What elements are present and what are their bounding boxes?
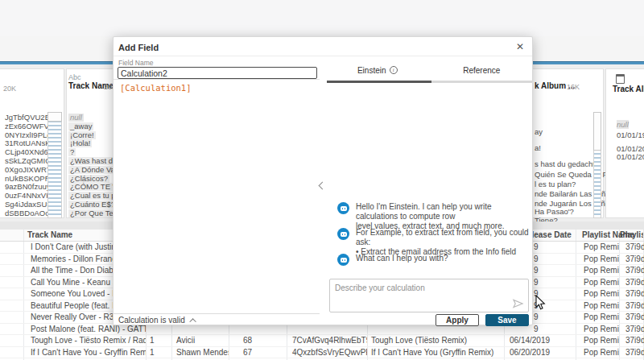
chat-message-text: What can I help you with? [356, 254, 448, 263]
tab-reference[interactable]: Reference [430, 61, 535, 79]
cell-track-name[interactable]: If I Can't Have You - Gryffin Remix [24, 347, 147, 358]
profile-value[interactable]: null [617, 120, 629, 129]
profile-value[interactable]: 9azBN0fzuuyLqt [3, 183, 47, 192]
profile-value[interactable]: dSBBDoAOcDPZE [3, 209, 47, 218]
id-histogram[interactable] [47, 112, 62, 218]
save-button[interactable]: Save [485, 314, 529, 326]
cell-rowedge [0, 300, 24, 312]
close-icon[interactable]: ✕ [516, 41, 524, 52]
cell-playlist-id[interactable]: 37i9dQZ [620, 347, 644, 358]
profile-value[interactable]: CLjp40XNd6ZPZf [3, 148, 47, 157]
cell-release-date[interactable]: 06/14/2019 [505, 335, 576, 346]
column-header-cell[interactable] [0, 230, 24, 241]
field-name-input[interactable] [118, 67, 317, 79]
profile-value[interactable]: 31RotUANsKuzy [3, 139, 47, 148]
cell-playlist-name[interactable]: Pop Remix [576, 312, 620, 323]
cell-playlist-id[interactable]: 37i9dQZ [620, 254, 644, 265]
scroll-thumb[interactable] [593, 112, 601, 151]
cell-playlist-name[interactable]: Pop Remix [576, 300, 620, 312]
profile-value[interactable]: s hast du gedacht ? [535, 159, 601, 168]
profile-value[interactable]: 0NYIzxlI9PLgU6z [3, 131, 47, 140]
scroll-thumb[interactable] [47, 112, 62, 122]
cell-playlist-name[interactable]: Pop Remix [576, 335, 620, 346]
profile-value[interactable]: 01/01/1970 [617, 130, 644, 139]
info-icon[interactable]: i [390, 66, 398, 74]
cell-rowedge [0, 288, 24, 300]
calculation-editor[interactable]: [Calculation1] [114, 79, 320, 314]
column-header[interactable]: Track Album [613, 85, 644, 93]
calculation-prompt-input[interactable]: Describe your calculation [329, 279, 529, 312]
cell-playlist-id[interactable]: 37i9dQZ [620, 312, 644, 323]
profile-value[interactable]: JgTbfQVU2EtsPf [3, 114, 47, 122]
column-header-cell[interactable]: Playlist Name [576, 230, 620, 241]
cell-playlist-id[interactable]: 37i9dQZ [620, 300, 644, 312]
chat-message-text: For Example, to extract text from field,… [356, 228, 529, 257]
cell-release-date[interactable]: 06/20/2019 [505, 347, 576, 358]
chat-message-text: Hello I'm Einstein. I can help you write… [356, 202, 529, 231]
cell-playlist-id[interactable]: 37i9dQZ [620, 277, 644, 288]
chat-message: Hello I'm Einstein. I can help you write… [337, 202, 529, 231]
profile-column-track-album-date[interactable]: Track Album null01/01/197001/01/200001/0… [605, 68, 644, 218]
tab-einstein[interactable]: Einstein i [325, 61, 430, 79]
profile-value[interactable]: ay [535, 127, 543, 136]
calculation-code[interactable]: [Calculation1] [120, 83, 192, 93]
profile-value[interactable]: nUkBSKOPRUew [3, 175, 47, 184]
active-tab-indicator [327, 81, 431, 83]
album-histogram[interactable] [593, 112, 601, 218]
cell-count[interactable]: 1 [147, 335, 172, 346]
einstein-bot-icon [337, 202, 349, 214]
cell-rowedge [0, 335, 24, 346]
profile-value[interactable]: zEx66OWFV2IP9 [3, 122, 47, 131]
cell-rowedge [0, 242, 24, 253]
cell-playlist-id[interactable]: 37i9dQZ [620, 324, 644, 335]
profile-column-track-id[interactable]: 20K JgTbfQVU2EtsPfzEx66OWFV2IP90NYIzxlI9… [0, 68, 64, 218]
cell-playlist-name[interactable]: Pop Remix [576, 265, 620, 276]
cell-playlist-name[interactable]: Pop Remix [576, 254, 620, 265]
profile-value[interactable]: Sg4iJdaxSUSBjR [3, 201, 47, 209]
profile-value[interactable]: 01/01/2030 [617, 152, 644, 161]
cell-playlist-name[interactable]: Pop Remix [576, 288, 620, 300]
dialog-title: Add Field [118, 43, 159, 52]
cell-track-name-2[interactable]: Tough Love (Tiësto Remix) [368, 335, 505, 346]
tab-reference-label: Reference [463, 66, 500, 75]
column-count: 20K [3, 85, 16, 93]
cell-artist[interactable]: Shawn Mendes [172, 347, 229, 358]
cell-rowedge [0, 277, 24, 288]
cell-track-id[interactable]: 7CvAfGvq4RlhwEbT9o8Iav [287, 335, 368, 346]
column-header-cell[interactable]: Playlist [620, 230, 644, 241]
cell-popularity[interactable]: 67 [229, 347, 287, 358]
collapse-caret-icon[interactable] [189, 318, 196, 325]
profile-value[interactable]: sSkLZqGMIQCR0 [3, 157, 47, 166]
cell-playlist-name[interactable]: Pop Remix [576, 277, 620, 288]
profile-value[interactable]: 0XgoJIXWR718s7 [3, 166, 47, 175]
profile-value[interactable]: l es tu plan? [535, 180, 576, 188]
chat-message: What can I help you with? [337, 254, 529, 266]
assistant-tabs: Einstein i Reference [325, 61, 534, 79]
cell-playlist-id[interactable]: 37i9dQZ [620, 265, 644, 276]
collapse-panel-chevron-icon[interactable] [319, 182, 327, 190]
profile-value[interactable]: 0uzF4NNxVKKiN [3, 192, 47, 201]
calculation-status: Calculation is valid [118, 316, 196, 325]
tab-einstein-label: Einstein [357, 66, 386, 75]
cell-count[interactable]: 1 [147, 347, 172, 358]
profile-value[interactable]: Ha Pasao'? [535, 207, 574, 216]
table-row[interactable]: If I Can't Have You - Gryffin Remix 1 Sh… [0, 347, 644, 359]
cell-popularity[interactable]: 68 [229, 335, 287, 346]
cell-track-name-2[interactable]: If I Can't Have You (Gryffin Remix) [368, 347, 505, 358]
table-row[interactable]: Tough Love - Tiësto Remix / Radio Edit 1… [0, 335, 644, 347]
prompt-placeholder: Describe your calculation [335, 283, 425, 292]
cell-rowedge [0, 347, 24, 358]
cell-playlist-id[interactable]: 37i9dQZ [620, 288, 644, 300]
profile-value[interactable]: a! [535, 143, 541, 152]
cell-track-name[interactable]: Tough Love - Tiësto Remix / Radio Edit [24, 335, 147, 346]
cell-playlist-name[interactable]: Pop Remix [576, 242, 620, 253]
status-text: Calculation is valid [118, 316, 185, 325]
cell-playlist-id[interactable]: 37i9dQZ [620, 242, 644, 253]
apply-button[interactable]: Apply [436, 314, 479, 326]
cell-track-id[interactable]: 4QxzbfSsVryEQwvPFEVSiu [287, 347, 368, 358]
send-icon[interactable] [512, 299, 524, 308]
cell-playlist-name[interactable]: Pop Remix [576, 347, 620, 358]
cell-playlist-id[interactable]: 37i9dQZ [620, 335, 644, 346]
cell-playlist-name[interactable]: Pop Remix [576, 324, 620, 335]
cell-artist[interactable]: Avicii [172, 335, 229, 346]
